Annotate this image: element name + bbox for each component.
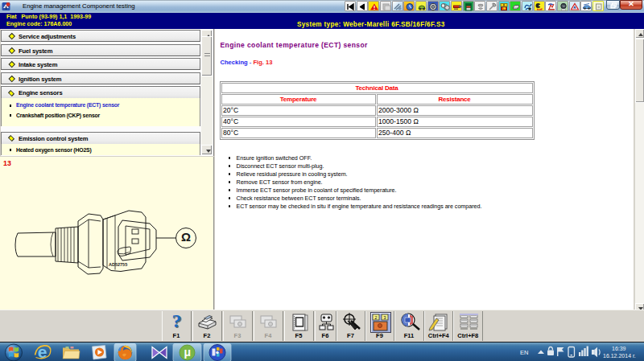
svg-text:JB: JB [502, 7, 506, 10]
svg-text:AD52755: AD52755 [109, 262, 127, 267]
svg-text:Ω: Ω [181, 230, 191, 244]
svg-text:μ: μ [184, 346, 192, 359]
